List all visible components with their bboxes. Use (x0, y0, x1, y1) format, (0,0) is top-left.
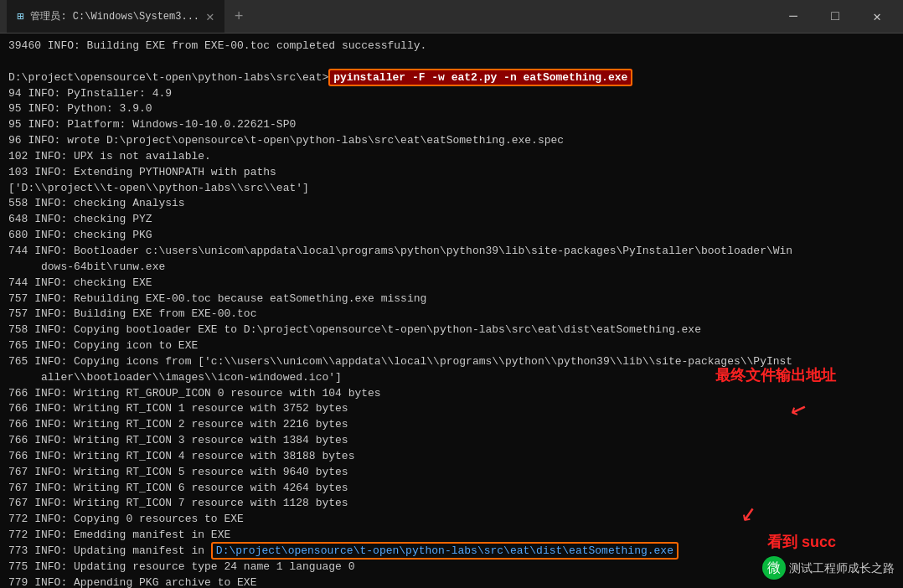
terminal-line: 744 INFO: Bootloader c:\users\unicom\app… (8, 244, 895, 276)
terminal-line: 94 INFO: PyInstaller: 4.9 (8, 86, 895, 102)
tab-close-button[interactable]: ✕ (206, 8, 214, 25)
terminal-line: 767 INFO: Writing RT_ICON 7 resource wit… (8, 496, 895, 512)
terminal-line: 558 INFO: checking Analysis (8, 196, 895, 212)
annotation-output-location: 最终文件输出地址 (715, 364, 836, 386)
terminal-line: 648 INFO: checking PYZ (8, 212, 895, 228)
terminal-line: 766 INFO: Writing RT_ICON 3 resource wit… (8, 433, 895, 449)
minimize-button[interactable]: ─ (774, 3, 813, 30)
terminal-line: 680 INFO: checking PKG (8, 228, 895, 244)
tab-title: 管理员: C:\Windows\System3... (30, 9, 199, 23)
terminal-line: 102 INFO: UPX is not available. (8, 149, 895, 165)
terminal-line: 757 INFO: Rebuilding EXE-00.toc because … (8, 291, 895, 307)
terminal-line: 39460 INFO: Building EXE from EXE-00.toc… (8, 39, 895, 54)
terminal-line: 766 INFO: Writing RT_ICON 1 resource wit… (8, 401, 895, 417)
terminal-line: 767 INFO: Writing RT_ICON 5 resource wit… (8, 465, 895, 481)
watermark: 微 测试工程师成长之路 (762, 556, 895, 580)
terminal-line: 766 INFO: Writing RT_ICON 4 resource wit… (8, 449, 895, 465)
terminal-line: 758 INFO: Copying bootloader EXE to D:\p… (8, 322, 895, 338)
annotation-success: 看到 succ (767, 531, 836, 553)
close-button[interactable]: ✕ (858, 3, 896, 30)
terminal-line: 766 INFO: Writing RT_GROUP_ICON 0 resour… (8, 386, 895, 402)
annotation-text-1: 最终文件输出地址 (715, 367, 836, 384)
maximize-button[interactable]: □ (816, 3, 854, 30)
output-path-highlight: D:\project\opensource\t-open\python-labs… (211, 542, 679, 560)
terminal-line: 767 INFO: Writing RT_ICON 6 resource wit… (8, 481, 895, 497)
terminal-line: 95 INFO: Python: 3.9.0 (8, 101, 895, 117)
command-highlight: pyinstaller -F -w eat2.py -n eatSomethin… (328, 69, 632, 86)
terminal-line: ['D:\\project\\t-open\\python-labs\\src\… (8, 181, 895, 197)
terminal-command-line: D:\project\opensource\t-open\python-labs… (8, 70, 895, 86)
terminal-line: 96 INFO: wrote D:\project\opensource\t-o… (8, 133, 895, 149)
tab-bar: ⊞ 管理员: C:\Windows\System3... ✕ + (7, 0, 774, 33)
new-tab-button[interactable]: + (224, 8, 254, 25)
terminal-tab[interactable]: ⊞ 管理员: C:\Windows\System3... ✕ (7, 0, 224, 33)
terminal-output: 39460 INFO: Building EXE from EXE-00.toc… (0, 34, 903, 588)
terminal-line: 744 INFO: checking EXE (8, 276, 895, 291)
window-controls: ─ □ ✕ (774, 3, 896, 30)
terminal-line: 103 INFO: Extending PYTHONPATH with path… (8, 165, 895, 181)
tab-icon: ⊞ (17, 9, 23, 23)
watermark-text: 测试工程师成长之路 (789, 560, 895, 576)
terminal-line: 95 INFO: Platform: Windows-10-10.0.22621… (8, 117, 895, 133)
terminal-line: 772 INFO: Copying 0 resources to EXE (8, 512, 895, 528)
annotation-text-2: 看到 succ (767, 534, 836, 550)
terminal-line: 766 INFO: Writing RT_ICON 2 resource wit… (8, 417, 895, 433)
terminal-line (8, 54, 895, 70)
terminal-line: 757 INFO: Building EXE from EXE-00.toc (8, 307, 895, 322)
wechat-icon: 微 (762, 556, 786, 580)
terminal-line: 765 INFO: Copying icon to EXE (8, 338, 895, 354)
window-titlebar: ⊞ 管理员: C:\Windows\System3... ✕ + ─ □ ✕ (0, 0, 903, 34)
